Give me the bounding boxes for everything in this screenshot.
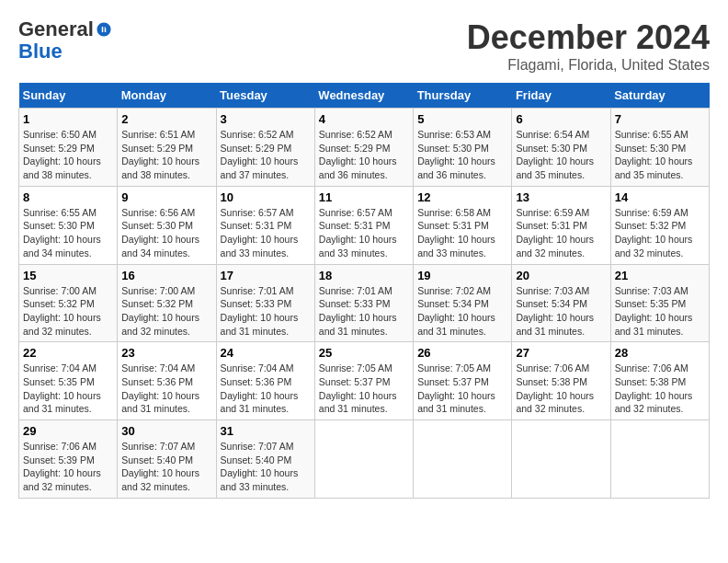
day-info: Sunrise: 6:53 AMSunset: 5:30 PMDaylight:… bbox=[417, 128, 507, 182]
logo-blue: Blue bbox=[18, 40, 112, 63]
day-number: 31 bbox=[221, 424, 311, 438]
day-cell-26: 26Sunrise: 7:05 AMSunset: 5:37 PMDayligh… bbox=[414, 342, 512, 420]
day-info: Sunrise: 7:04 AMSunset: 5:36 PMDaylight:… bbox=[121, 362, 211, 416]
day-info: Sunrise: 7:06 AMSunset: 5:38 PMDaylight:… bbox=[516, 362, 606, 416]
day-number: 17 bbox=[221, 269, 311, 282]
day-cell-9: 9Sunrise: 6:56 AMSunset: 5:30 PMDaylight… bbox=[118, 186, 216, 264]
day-cell-21: 21Sunrise: 7:03 AMSunset: 5:35 PMDayligh… bbox=[610, 264, 709, 342]
day-info: Sunrise: 7:02 AMSunset: 5:34 PMDaylight:… bbox=[417, 284, 507, 339]
day-cell-28: 28Sunrise: 7:06 AMSunset: 5:38 PMDayligh… bbox=[610, 342, 709, 420]
day-number: 21 bbox=[615, 269, 705, 282]
day-number: 19 bbox=[417, 269, 507, 282]
day-number: 13 bbox=[516, 190, 606, 204]
day-cell-27: 27Sunrise: 7:06 AMSunset: 5:38 PMDayligh… bbox=[512, 342, 610, 420]
day-number: 12 bbox=[417, 190, 507, 204]
day-number: 2 bbox=[121, 112, 211, 126]
day-info: Sunrise: 7:05 AMSunset: 5:37 PMDaylight:… bbox=[319, 362, 409, 416]
day-number: 6 bbox=[516, 112, 606, 126]
day-number: 7 bbox=[615, 112, 705, 126]
header-saturday: Saturday bbox=[610, 83, 709, 109]
logo-icon bbox=[96, 21, 112, 38]
logo: General Blue bbox=[18, 18, 112, 63]
day-cell-22: 22Sunrise: 7:04 AMSunset: 5:35 PMDayligh… bbox=[19, 342, 118, 420]
day-info: Sunrise: 7:07 AMSunset: 5:40 PMDaylight:… bbox=[221, 440, 311, 494]
day-number: 29 bbox=[23, 424, 113, 438]
day-info: Sunrise: 7:06 AMSunset: 5:38 PMDaylight:… bbox=[615, 362, 705, 416]
day-info: Sunrise: 6:50 AMSunset: 5:29 PMDaylight:… bbox=[23, 128, 113, 182]
day-info: Sunrise: 6:55 AMSunset: 5:30 PMDaylight:… bbox=[23, 206, 113, 260]
day-info: Sunrise: 6:55 AMSunset: 5:30 PMDaylight:… bbox=[615, 128, 705, 182]
day-cell-3: 3Sunrise: 6:52 AMSunset: 5:29 PMDaylight… bbox=[216, 109, 314, 187]
day-cell-8: 8Sunrise: 6:55 AMSunset: 5:30 PMDaylight… bbox=[19, 186, 118, 264]
day-number: 27 bbox=[516, 346, 606, 360]
day-number: 22 bbox=[23, 346, 113, 360]
day-info: Sunrise: 7:03 AMSunset: 5:34 PMDaylight:… bbox=[516, 284, 606, 339]
day-cell-1: 1Sunrise: 6:50 AMSunset: 5:29 PMDaylight… bbox=[19, 109, 118, 187]
day-number: 15 bbox=[23, 269, 113, 282]
day-info: Sunrise: 7:06 AMSunset: 5:39 PMDaylight:… bbox=[23, 440, 113, 494]
day-info: Sunrise: 6:56 AMSunset: 5:30 PMDaylight:… bbox=[121, 206, 211, 260]
day-number: 9 bbox=[121, 190, 211, 204]
day-cell-15: 15Sunrise: 7:00 AMSunset: 5:32 PMDayligh… bbox=[19, 264, 118, 342]
day-cell-29: 29Sunrise: 7:06 AMSunset: 5:39 PMDayligh… bbox=[19, 420, 118, 499]
week-row-5: 29Sunrise: 7:06 AMSunset: 5:39 PMDayligh… bbox=[19, 420, 710, 499]
day-info: Sunrise: 6:58 AMSunset: 5:31 PMDaylight:… bbox=[417, 206, 507, 260]
header-tuesday: Tuesday bbox=[216, 83, 314, 109]
empty-cell bbox=[610, 420, 709, 499]
day-number: 23 bbox=[121, 346, 211, 360]
day-cell-24: 24Sunrise: 7:04 AMSunset: 5:36 PMDayligh… bbox=[216, 342, 314, 420]
header-thursday: Thursday bbox=[414, 83, 512, 109]
day-number: 14 bbox=[615, 190, 705, 204]
day-cell-13: 13Sunrise: 6:59 AMSunset: 5:31 PMDayligh… bbox=[512, 186, 610, 264]
day-number: 24 bbox=[221, 346, 311, 360]
day-cell-2: 2Sunrise: 6:51 AMSunset: 5:29 PMDaylight… bbox=[118, 109, 216, 187]
day-number: 5 bbox=[417, 112, 507, 126]
day-cell-5: 5Sunrise: 6:53 AMSunset: 5:30 PMDaylight… bbox=[414, 109, 512, 187]
day-cell-20: 20Sunrise: 7:03 AMSunset: 5:34 PMDayligh… bbox=[512, 264, 610, 342]
header-monday: Monday bbox=[118, 83, 216, 109]
header: General Blue December 2024 Flagami, Flor… bbox=[18, 18, 710, 74]
day-number: 4 bbox=[319, 112, 409, 126]
title-area: December 2024 Flagami, Florida, United S… bbox=[467, 18, 710, 74]
day-info: Sunrise: 6:54 AMSunset: 5:30 PMDaylight:… bbox=[516, 128, 606, 182]
day-number: 3 bbox=[221, 112, 311, 126]
day-number: 11 bbox=[319, 190, 409, 204]
day-number: 30 bbox=[121, 424, 211, 438]
day-cell-30: 30Sunrise: 7:07 AMSunset: 5:40 PMDayligh… bbox=[118, 420, 216, 499]
calendar-title: December 2024 bbox=[467, 18, 710, 57]
day-cell-10: 10Sunrise: 6:57 AMSunset: 5:31 PMDayligh… bbox=[216, 186, 314, 264]
day-cell-7: 7Sunrise: 6:55 AMSunset: 5:30 PMDaylight… bbox=[610, 109, 709, 187]
day-info: Sunrise: 6:51 AMSunset: 5:29 PMDaylight:… bbox=[121, 128, 211, 182]
day-number: 26 bbox=[417, 346, 507, 360]
day-number: 1 bbox=[23, 112, 113, 126]
day-number: 25 bbox=[319, 346, 409, 360]
day-cell-17: 17Sunrise: 7:01 AMSunset: 5:33 PMDayligh… bbox=[216, 264, 314, 342]
day-cell-16: 16Sunrise: 7:00 AMSunset: 5:32 PMDayligh… bbox=[118, 264, 216, 342]
day-info: Sunrise: 6:57 AMSunset: 5:31 PMDaylight:… bbox=[221, 206, 311, 260]
header-sunday: Sunday bbox=[19, 83, 118, 109]
week-row-3: 15Sunrise: 7:00 AMSunset: 5:32 PMDayligh… bbox=[19, 264, 710, 342]
empty-cell bbox=[314, 420, 413, 499]
day-cell-31: 31Sunrise: 7:07 AMSunset: 5:40 PMDayligh… bbox=[216, 420, 314, 499]
week-row-2: 8Sunrise: 6:55 AMSunset: 5:30 PMDaylight… bbox=[19, 186, 710, 264]
day-info: Sunrise: 7:04 AMSunset: 5:35 PMDaylight:… bbox=[23, 362, 113, 416]
empty-cell bbox=[512, 420, 610, 499]
day-number: 28 bbox=[615, 346, 705, 360]
day-info: Sunrise: 7:01 AMSunset: 5:33 PMDaylight:… bbox=[319, 284, 409, 339]
day-cell-11: 11Sunrise: 6:57 AMSunset: 5:31 PMDayligh… bbox=[314, 186, 413, 264]
day-info: Sunrise: 7:05 AMSunset: 5:37 PMDaylight:… bbox=[417, 362, 507, 416]
day-number: 18 bbox=[319, 269, 409, 282]
day-number: 16 bbox=[121, 269, 211, 282]
day-cell-12: 12Sunrise: 6:58 AMSunset: 5:31 PMDayligh… bbox=[414, 186, 512, 264]
logo-general: General bbox=[18, 18, 94, 40]
empty-cell bbox=[414, 420, 512, 499]
day-cell-4: 4Sunrise: 6:52 AMSunset: 5:29 PMDaylight… bbox=[314, 109, 413, 187]
day-info: Sunrise: 7:01 AMSunset: 5:33 PMDaylight:… bbox=[221, 284, 311, 339]
day-info: Sunrise: 6:59 AMSunset: 5:32 PMDaylight:… bbox=[615, 206, 705, 260]
day-cell-18: 18Sunrise: 7:01 AMSunset: 5:33 PMDayligh… bbox=[314, 264, 413, 342]
day-number: 10 bbox=[221, 190, 311, 204]
day-info: Sunrise: 6:59 AMSunset: 5:31 PMDaylight:… bbox=[516, 206, 606, 260]
day-number: 20 bbox=[516, 269, 606, 282]
day-info: Sunrise: 6:52 AMSunset: 5:29 PMDaylight:… bbox=[319, 128, 409, 182]
week-row-4: 22Sunrise: 7:04 AMSunset: 5:35 PMDayligh… bbox=[19, 342, 710, 420]
